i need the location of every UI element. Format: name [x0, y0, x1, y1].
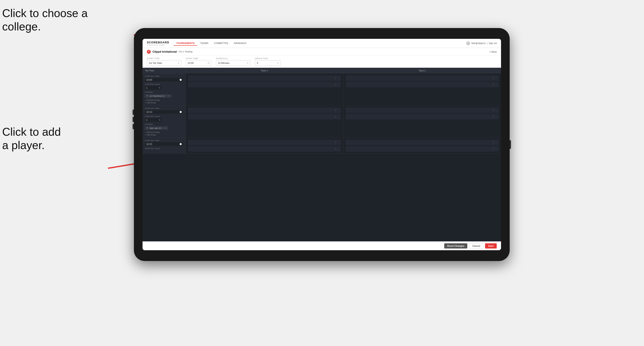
starting-time-input-1[interactable]: 10:00 🕐	[145, 78, 183, 82]
expand-icon-4: ✕	[492, 83, 494, 86]
reset-changes-button[interactable]: Reset Changes	[444, 243, 467, 248]
close-icon-6: ⋮	[337, 116, 339, 118]
nav-bar: SCOREBOARD Powered by clippd TOURNAMENTS…	[142, 39, 501, 48]
starting-time-input-3[interactable]: 10:20 🕐	[145, 142, 183, 146]
chevron-up-down-icon-1: ⇅	[159, 87, 160, 89]
add-group-btn-2[interactable]: + Add Group	[145, 134, 183, 136]
nav-tab-rankings[interactable]: RANKINGS	[231, 41, 249, 46]
chevron-down-icon: ▼	[178, 62, 180, 64]
sub-header: C Clippd Invitational (Men) Hosting < Ba…	[142, 48, 501, 56]
group-size-select[interactable]: 3 ▼	[255, 60, 281, 66]
nav-right: blair@clippd.io | Sign out	[466, 41, 497, 45]
team1-cell-3: ✕ ⋮ ✕ ⋮	[186, 138, 344, 153]
expand-icon-7: ✕	[492, 109, 494, 112]
row-left-3: STARTING TIME: 10:20 🕐 STARTING HOLE:	[142, 138, 186, 153]
player-slot-4-1[interactable]: ✕ ⋮	[346, 107, 499, 113]
remove-group-btn-1[interactable]: ○ Remove Group	[145, 99, 183, 101]
team1-cell-1: ✕ ⋮ ✕ ⋮	[186, 74, 344, 106]
player-slot-2-2[interactable]: ✕ ⋮	[346, 82, 499, 87]
course-remove-icon-1[interactable]: ✕	[166, 95, 168, 97]
course-tag-1[interactable]: 🏌️ (A) Peachtree GC ✕ ▼	[145, 94, 172, 98]
course-remove-icon-2[interactable]: ✕	[162, 127, 164, 129]
close-icon-9: ⋮	[337, 141, 339, 144]
player-slot-4-2[interactable]: ✕ ⋮	[346, 114, 499, 120]
back-button[interactable]: < Back	[489, 50, 497, 53]
row-left-1: STARTING TIME: 10:00 🕐 STARTING HOLE: 1 …	[142, 74, 186, 106]
chevron-down-course-1: ▼	[168, 95, 170, 97]
expand-icon-3: ✕	[492, 77, 494, 79]
intervals-select[interactable]: 10 Minutes ▼	[216, 60, 250, 66]
group-size-label: Group Size	[255, 57, 281, 59]
save-button[interactable]: Save	[485, 243, 497, 248]
group-size-group: Group Size 3 ▼	[255, 57, 281, 66]
nav-tabs: TOURNAMENTS TEAMS COMMITTEE RANKINGS	[174, 41, 466, 46]
add-group-btn-1[interactable]: + Add Group	[145, 102, 183, 104]
player-slot-5-2[interactable]: ✕ ⋮	[188, 146, 341, 152]
course-name-1: (A) Peachtree GC	[150, 95, 165, 97]
table-row: STARTING TIME: 10:10 🕐 STARTING HOLE: 1 …	[142, 106, 501, 138]
user-email: blair@clippd.io	[472, 42, 486, 44]
nav-tab-teams[interactable]: TEAMS	[198, 41, 211, 46]
close-icon-11: ⋮	[495, 141, 497, 144]
player-slot-3-2[interactable]: ✕ ⋮	[188, 114, 341, 120]
start-type-group: Start Type 1st Tee Start ▼	[147, 57, 182, 66]
start-type-select[interactable]: 1st Tee Start ▼	[147, 60, 182, 66]
player-slot-6-1[interactable]: ✕ ⋮	[346, 140, 499, 145]
player-slot-1-2[interactable]: ✕ ⋮	[188, 82, 341, 87]
start-type-label: Start Type	[147, 57, 182, 59]
starting-time-label-1: STARTING TIME:	[145, 75, 183, 77]
row-left-2: STARTING TIME: 10:10 🕐 STARTING HOLE: 1 …	[142, 106, 186, 138]
expand-icon-10: ✕	[334, 148, 336, 150]
clock-icon-1: 🕐	[180, 79, 182, 81]
row-actions-2: ○ Remove Group + Add Group	[145, 131, 183, 136]
starting-time-input-2[interactable]: 10:10 🕐	[145, 110, 183, 114]
annotation-choose-college: Click to choose acollege.	[2, 6, 88, 33]
sign-out-link[interactable]: Sign out	[489, 42, 497, 44]
course-label-1: COURSE:	[145, 91, 183, 93]
tablet-frame: SCOREBOARD Powered by clippd TOURNAMENTS…	[134, 28, 510, 261]
avatar	[466, 41, 470, 45]
team2-cell-3: ✕ ⋮ ✕ ⋮	[344, 138, 501, 153]
close-icon-12: ⋮	[495, 148, 497, 150]
table-header: Tee Time Team 1 Team 2	[142, 68, 501, 74]
tournament-title: Clippd Invitational	[152, 50, 177, 53]
expand-icon-9: ✕	[334, 141, 336, 144]
clock-icon-2: 🕐	[180, 111, 182, 113]
divider: |	[487, 42, 488, 44]
nav-tab-tournaments[interactable]: TOURNAMENTS	[174, 41, 197, 46]
controls-bar: Start Type 1st Tee Start ▼ Start Time 10…	[142, 56, 501, 68]
clock-icon: 🕐	[208, 62, 210, 64]
starting-hole-input-2[interactable]: 1 ⇅	[145, 118, 162, 122]
starting-hole-input-1[interactable]: 1 ⇅	[145, 86, 162, 90]
start-time-label: Start Time	[186, 57, 212, 59]
schedule-table: Tee Time Team 1 Team 2 STARTING TIME: 10…	[142, 68, 501, 241]
remove-group-btn-2[interactable]: ○ Remove Group	[145, 131, 183, 133]
course-tag-2[interactable]: 🏌️ East Lake GC ✕ ▼	[145, 126, 168, 130]
starting-time-label-2: STARTING TIME:	[145, 107, 183, 109]
close-icon-7: ⋮	[495, 109, 497, 112]
start-time-select[interactable]: 10:00 🕐	[186, 60, 212, 66]
nav-tab-committee[interactable]: COMMITTEE	[212, 41, 231, 46]
player-slot-3-1[interactable]: ✕ ⋮	[188, 107, 341, 113]
team1-cell-2: ✕ ⋮ ✕ ⋮	[186, 106, 344, 138]
player-slot-5-1[interactable]: ✕ ⋮	[188, 140, 341, 145]
close-icon-3: ⋮	[495, 77, 497, 79]
sub-header-logo: C	[147, 50, 151, 54]
chevron-down-icon-2: ▼	[247, 62, 248, 64]
starting-time-label-3: STARTING TIME:	[145, 140, 183, 142]
table-footer: Reset Changes Cancel Save	[142, 241, 501, 250]
expand-icon-8: ✕	[492, 116, 494, 118]
player-slot-6-2[interactable]: ✕ ⋮	[346, 146, 499, 152]
chevron-down-icon-3: ▼	[277, 62, 279, 64]
close-icon-4: ⋮	[495, 83, 497, 86]
nav-logo: SCOREBOARD Powered by clippd	[147, 41, 169, 46]
chevron-up-down-icon-2: ⇅	[159, 119, 160, 121]
close-icon-10: ⋮	[337, 148, 339, 150]
expand-icon: ✕	[334, 77, 336, 79]
th-team2: Team 2	[344, 68, 501, 74]
player-slot-1-1[interactable]: ✕ ⋮	[188, 75, 341, 81]
cancel-button[interactable]: Cancel	[469, 243, 483, 248]
player-slot-2-1[interactable]: ✕ ⋮	[346, 75, 499, 81]
row-actions-1: ○ Remove Group + Add Group	[145, 99, 183, 104]
course-label-2: COURSE:	[145, 123, 183, 125]
